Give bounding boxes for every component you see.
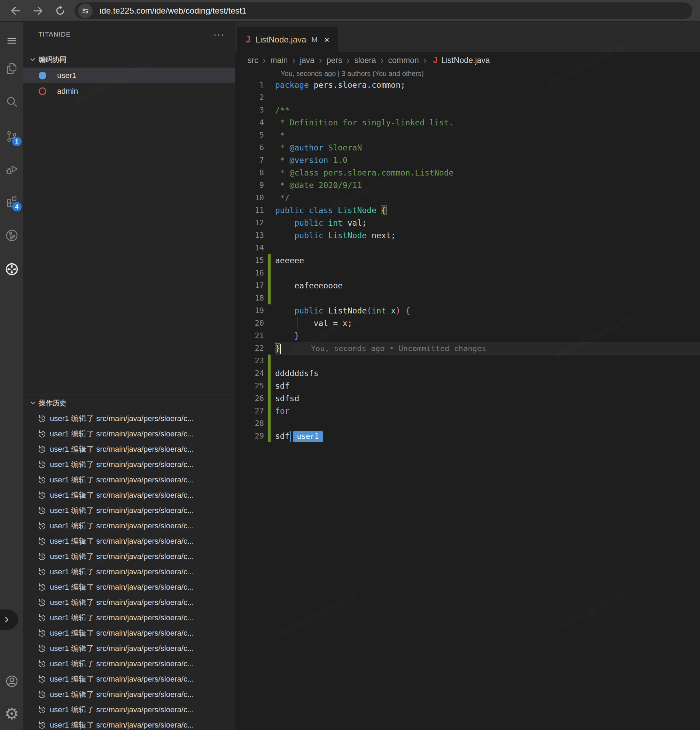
breadcrumb-item-src[interactable]: src — [248, 56, 258, 65]
history-item[interactable]: user1 编辑了 src/main/java/pers/sloera/c... — [23, 549, 235, 564]
history-item[interactable]: user1 编辑了 src/main/java/pers/sloera/c... — [23, 625, 235, 641]
code-line-7[interactable]: 7 * @version 1.0 — [235, 154, 700, 166]
code-line-10[interactable]: 10 */ — [235, 191, 700, 204]
history-icon — [37, 705, 47, 715]
code-line-16[interactable]: 16 — [235, 267, 700, 279]
url-text[interactable]: ide.te225.com/ide/web/coding/test/test1 — [100, 6, 246, 16]
collab-user-admin[interactable]: admin — [23, 83, 235, 99]
history-icon — [37, 629, 47, 638]
history-item[interactable]: user1 编辑了 src/main/java/pers/sloera/c... — [23, 641, 235, 656]
history-item[interactable]: user1 编辑了 src/main/java/pers/sloera/c... — [23, 687, 235, 702]
history-item[interactable]: user1 编辑了 src/main/java/pers/sloera/c... — [23, 518, 235, 534]
reload-button[interactable] — [52, 3, 68, 19]
code-line-3[interactable]: 3/** — [235, 104, 700, 116]
menu-button[interactable] — [5, 34, 19, 48]
code-editor[interactable]: 1package pers.sloera.common;23/**4 * Def… — [235, 79, 700, 730]
history-icon — [37, 445, 47, 454]
history-item[interactable]: user1 编辑了 src/main/java/pers/sloera/c... — [23, 672, 235, 687]
breadcrumb-item-common[interactable]: common — [388, 56, 419, 65]
breadcrumb-item-main[interactable]: main — [270, 56, 288, 65]
code-text: val = x; — [275, 317, 700, 330]
code-line-6[interactable]: 6 * @author SloeraN — [235, 142, 700, 154]
code-line-29[interactable]: 29sdfuser1 — [235, 430, 700, 442]
code-token: val; — [343, 218, 367, 228]
code-line-21[interactable]: 21 } — [235, 330, 700, 342]
code-line-27[interactable]: 27for — [235, 405, 700, 417]
explorer-button[interactable] — [5, 62, 19, 76]
breadcrumb-separator-icon: › — [381, 56, 384, 65]
history-section-header[interactable]: 操作历史 — [23, 395, 235, 411]
gutter — [264, 179, 275, 191]
history-item[interactable]: user1 编辑了 src/main/java/pers/sloera/c... — [23, 717, 235, 730]
code-line-5[interactable]: 5 * — [235, 129, 700, 142]
code-line-24[interactable]: 24ddddddsfs — [235, 367, 700, 380]
history-item[interactable]: user1 编辑了 src/main/java/pers/sloera/c... — [23, 442, 235, 457]
collab-user-user1[interactable]: user1 — [23, 67, 235, 83]
codelens-authors[interactable]: You, seconds ago | 3 authors (You and ot… — [235, 68, 700, 79]
code-line-26[interactable]: 26sdfsd — [235, 392, 700, 405]
history-item[interactable]: user1 编辑了 src/main/java/pers/sloera/c... — [23, 426, 235, 442]
code-line-8[interactable]: 8 * @class pers.sloera.common.ListNode — [235, 166, 700, 179]
code-line-20[interactable]: 20 val = x; — [235, 317, 700, 330]
code-line-9[interactable]: 9 * @date 2020/9/11 — [235, 179, 700, 191]
run-debug-button[interactable] — [5, 162, 19, 176]
history-item[interactable]: user1 编辑了 src/main/java/pers/sloera/c... — [23, 534, 235, 549]
history-item[interactable]: user1 编辑了 src/main/java/pers/sloera/c... — [23, 503, 235, 518]
code-line-15[interactable]: 15aeeeee — [235, 254, 700, 267]
sidebar-expand-button[interactable] — [0, 609, 18, 630]
code-line-25[interactable]: 25sdf — [235, 380, 700, 392]
history-item[interactable]: user1 编辑了 src/main/java/pers/sloera/c... — [23, 656, 235, 672]
gutter — [264, 104, 275, 116]
code-text: public int val; — [275, 217, 700, 229]
history-item[interactable]: user1 编辑了 src/main/java/pers/sloera/c... — [23, 564, 235, 580]
account-button[interactable] — [5, 674, 19, 688]
code-line-13[interactable]: 13 public ListNode next; — [235, 229, 700, 242]
history-item[interactable]: user1 编辑了 src/main/java/pers/sloera/c... — [23, 488, 235, 503]
code-text: public ListNode next; — [275, 229, 700, 242]
url-bar[interactable]: ide.te225.com/ide/web/coding/test/test1 — [74, 3, 692, 19]
indent-guide — [278, 330, 278, 342]
source-control-button[interactable]: 1 — [5, 130, 19, 143]
history-item[interactable]: user1 编辑了 src/main/java/pers/sloera/c... — [23, 457, 235, 472]
forward-button[interactable] — [30, 3, 46, 19]
code-line-12[interactable]: 12 public int val; — [235, 217, 700, 229]
changed-lines-bar — [268, 380, 271, 392]
history-item[interactable]: user1 编辑了 src/main/java/pers/sloera/c... — [23, 702, 235, 717]
breadcrumb-item-pers[interactable]: pers — [327, 56, 342, 65]
code-token: * @date 2020/9/11 — [275, 181, 362, 190]
tab-listnode-java[interactable]: J ListNode.java M × — [237, 27, 338, 52]
history-item[interactable]: user1 编辑了 src/main/java/pers/sloera/c... — [23, 472, 235, 488]
code-line-19[interactable]: 19 public ListNode(int x) { — [235, 304, 700, 317]
code-line-18[interactable]: 18 — [235, 292, 700, 304]
back-button[interactable] — [8, 3, 24, 19]
breadcrumb-file[interactable]: ListNode.java — [441, 56, 490, 65]
code-line-28[interactable]: 28 — [235, 417, 700, 430]
code-token — [376, 206, 381, 215]
site-settings-button[interactable] — [78, 3, 93, 18]
collaboration-button[interactable] — [5, 262, 19, 276]
indent-guide — [278, 242, 278, 254]
history-item[interactable]: user1 编辑了 src/main/java/pers/sloera/c... — [23, 595, 235, 610]
repo-status-button[interactable] — [5, 228, 19, 242]
code-line-4[interactable]: 4 * Definition for singly-linked list. — [235, 116, 700, 129]
history-item[interactable]: user1 编辑了 src/main/java/pers/sloera/c... — [23, 411, 235, 426]
code-line-23[interactable]: 23 — [235, 355, 700, 367]
code-line-11[interactable]: 11public class ListNode { — [235, 204, 700, 217]
breadcrumb-item-sloera[interactable]: sloera — [354, 56, 376, 65]
close-icon[interactable]: × — [324, 35, 330, 44]
code-line-17[interactable]: 17 eafeeeoooe — [235, 279, 700, 292]
move-arrows-icon — [5, 262, 19, 276]
search-button[interactable] — [5, 95, 19, 109]
code-line-22[interactable]: 22}You, seconds ago • Uncommitted change… — [235, 342, 700, 355]
extensions-button[interactable]: 4 — [5, 195, 19, 209]
breadcrumb-item-java[interactable]: java — [300, 56, 315, 65]
collab-section-header[interactable]: 编码协同 — [23, 51, 235, 67]
settings-button[interactable]: ⚙ — [5, 707, 19, 721]
sidebar: TITANIDE ··· 编码协同 user1admin 操作历史 user1 … — [23, 22, 235, 730]
history-item[interactable]: user1 编辑了 src/main/java/pers/sloera/c... — [23, 610, 235, 625]
more-actions-button[interactable]: ··· — [212, 28, 226, 41]
code-line-1[interactable]: 1package pers.sloera.common; — [235, 79, 700, 91]
code-line-2[interactable]: 2 — [235, 91, 700, 104]
code-line-14[interactable]: 14 — [235, 242, 700, 254]
history-item[interactable]: user1 编辑了 src/main/java/pers/sloera/c... — [23, 580, 235, 595]
